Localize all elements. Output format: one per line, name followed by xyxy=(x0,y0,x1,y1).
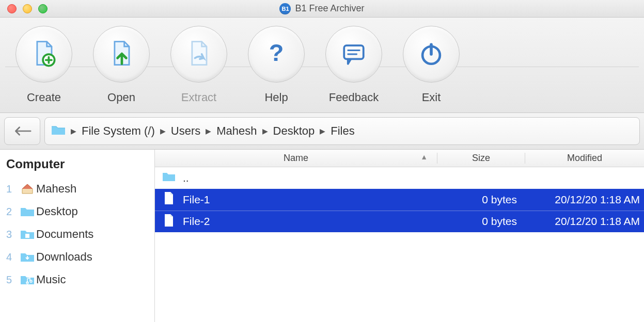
sidebar-item-number: 1 xyxy=(6,183,19,195)
back-arrow-icon xyxy=(13,125,32,137)
folder-icon xyxy=(19,205,36,218)
feedback-button[interactable]: Feedback xyxy=(315,26,392,104)
minimize-window-button[interactable] xyxy=(23,4,32,13)
create-label: Create xyxy=(27,91,61,104)
parent-dir-label: .. xyxy=(183,172,189,184)
column-header-name-label: Name xyxy=(284,153,308,163)
sidebar-item-label: Mahesh xyxy=(36,182,76,196)
sidebar-item-home[interactable]: 1 Mahesh xyxy=(6,178,148,200)
file-icon xyxy=(162,191,176,207)
file-size: 0 bytes xyxy=(437,194,525,206)
chevron-right-icon: ▶ xyxy=(71,127,76,135)
power-icon xyxy=(416,39,447,70)
folder-icon xyxy=(162,170,176,186)
chevron-right-icon: ▶ xyxy=(206,127,211,135)
sidebar-item-music[interactable]: 5 Music xyxy=(6,268,148,291)
close-window-button[interactable] xyxy=(7,4,17,13)
feedback-icon xyxy=(338,39,369,70)
sidebar-item-number: 3 xyxy=(6,229,19,240)
sidebar-item-number: 4 xyxy=(6,251,19,263)
help-label: Help xyxy=(264,91,288,104)
column-header-modified[interactable]: Modified xyxy=(525,153,644,164)
breadcrumb-item[interactable]: Files xyxy=(331,124,354,138)
music-folder-icon xyxy=(19,273,36,286)
pathbar-container: ▶ File System (/) ▶ Users ▶ Mahesh ▶ Des… xyxy=(0,113,644,150)
app-badge-icon: B1 xyxy=(279,3,291,14)
maximize-window-button[interactable] xyxy=(38,4,48,13)
chevron-right-icon: ▶ xyxy=(320,127,325,135)
extract-button[interactable]: Extract xyxy=(160,26,238,104)
file-row[interactable]: File-1 0 bytes 20/12/20 1:18 AM xyxy=(155,189,644,211)
open-label: Open xyxy=(107,91,135,104)
sidebar-item-desktop[interactable]: 2 Desktop xyxy=(6,200,148,223)
column-header-size[interactable]: Size xyxy=(437,153,525,164)
titlebar: B1 B1 Free Archiver xyxy=(0,0,644,18)
column-header-name[interactable]: Name ▲ xyxy=(155,153,437,164)
svg-text:?: ? xyxy=(269,39,284,66)
feedback-label: Feedback xyxy=(329,91,379,104)
sidebar-item-label: Desktop xyxy=(36,205,78,218)
file-row[interactable]: File-2 0 bytes 20/12/20 1:18 AM xyxy=(155,211,644,232)
sidebar: Computer 1 Mahesh 2 Desktop 3 Documents … xyxy=(0,150,155,322)
home-icon xyxy=(19,183,36,195)
sidebar-item-number: 2 xyxy=(6,206,19,218)
file-pane: Name ▲ Size Modified .. xyxy=(155,150,644,322)
sidebar-item-label: Music xyxy=(36,273,66,286)
parent-dir-row[interactable]: .. xyxy=(155,167,644,189)
sidebar-item-downloads[interactable]: 4 Downloads xyxy=(6,246,148,268)
breadcrumb: ▶ File System (/) ▶ Users ▶ Mahesh ▶ Des… xyxy=(44,117,640,145)
folder-icon xyxy=(51,124,66,138)
breadcrumb-item[interactable]: Users xyxy=(171,124,200,138)
sort-asc-icon: ▲ xyxy=(420,153,428,161)
window-controls xyxy=(7,4,48,13)
help-button[interactable]: ? Help xyxy=(238,26,315,104)
extract-icon xyxy=(183,39,214,70)
sidebar-item-number: 5 xyxy=(6,274,19,286)
file-name: File-1 xyxy=(183,194,210,206)
breadcrumb-item[interactable]: Desktop xyxy=(273,124,315,138)
exit-label: Exit xyxy=(422,91,441,104)
sidebar-item-label: Downloads xyxy=(36,250,92,264)
chevron-right-icon: ▶ xyxy=(262,127,268,135)
open-button[interactable]: Open xyxy=(83,26,160,104)
exit-button[interactable]: Exit xyxy=(392,26,470,104)
create-icon xyxy=(28,39,59,70)
file-rows: .. File-1 0 bytes 20/12/20 1:18 AM xyxy=(155,167,644,322)
svg-rect-2 xyxy=(344,45,364,59)
create-button[interactable]: Create xyxy=(5,26,83,104)
sidebar-item-label: Documents xyxy=(36,228,93,241)
column-headers: Name ▲ Size Modified xyxy=(155,150,644,167)
svg-rect-4 xyxy=(25,234,29,238)
breadcrumb-item[interactable]: File System (/) xyxy=(82,124,155,138)
sidebar-item-documents[interactable]: 3 Documents xyxy=(6,223,148,246)
open-icon xyxy=(106,39,137,70)
file-name: File-2 xyxy=(183,215,210,228)
file-size: 0 bytes xyxy=(437,215,525,228)
toolbar: Create Open Extract ? Help xyxy=(0,18,644,113)
sidebar-header: Computer xyxy=(6,157,148,171)
file-modified: 20/12/20 1:18 AM xyxy=(525,194,644,206)
folder-icon xyxy=(19,228,36,240)
folder-icon xyxy=(19,251,36,263)
chevron-right-icon: ▶ xyxy=(160,127,166,135)
help-icon: ? xyxy=(261,39,292,70)
extract-label: Extract xyxy=(181,91,216,104)
breadcrumb-item[interactable]: Mahesh xyxy=(216,124,257,138)
file-icon xyxy=(162,214,176,230)
back-button[interactable] xyxy=(4,117,40,145)
file-modified: 20/12/20 1:18 AM xyxy=(525,215,644,228)
app-title: B1 Free Archiver xyxy=(295,3,364,14)
